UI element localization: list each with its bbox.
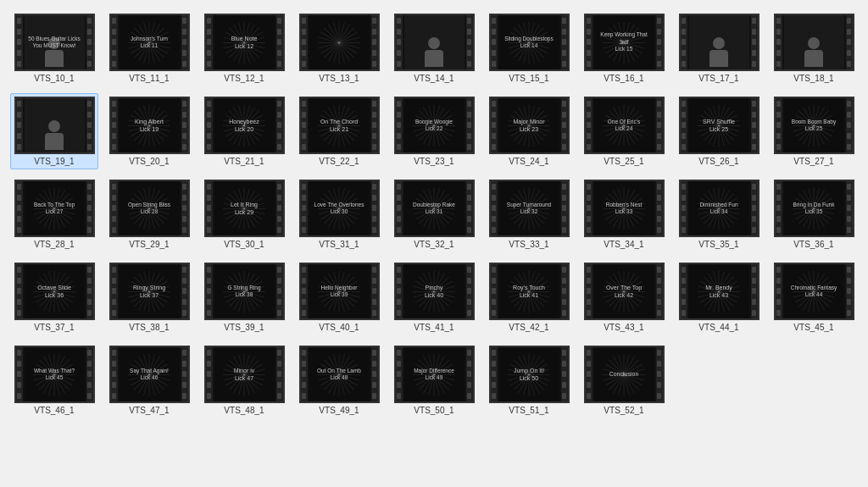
video-thumbnail: Out On The LambLick 48: [299, 346, 380, 403]
video-label: VTS_29_1: [129, 240, 169, 249]
video-thumbnail: Sliding DoublestopsLick 14: [489, 14, 570, 71]
video-item[interactable]: PinchyLick 40VTS_41_1: [390, 259, 478, 335]
video-item[interactable]: Let It RingLick 29VTS_30_1: [200, 176, 288, 252]
person-silhouette: [707, 37, 731, 66]
thumbnail-text: Roy's TouchLick 41: [511, 282, 547, 301]
video-label: VTS_44_1: [698, 323, 738, 332]
thumbnail-text: SRV ShuffleLick 25: [701, 116, 737, 135]
video-item[interactable]: VTS_18_1: [770, 10, 858, 86]
video-item[interactable]: Mr. BendyLick 43VTS_44_1: [675, 259, 763, 335]
video-thumbnail: Robben's NestLick 33: [584, 180, 665, 237]
video-thumbnail: Octave SlideLick 36: [14, 263, 95, 320]
video-item[interactable]: Bring In Da FunkLick 35VTS_36_1: [770, 176, 858, 252]
thumbnail-text: Open String BlissLick 28: [126, 200, 172, 218]
video-item[interactable]: Johnson's TurnLick 11VTS_11_1: [105, 10, 193, 86]
video-thumbnail: [299, 14, 380, 71]
video-label: VTS_32_1: [414, 240, 453, 249]
video-label: VTS_13_1: [319, 74, 359, 83]
thumbnail-text: 50 Blues Guitar Licks You MUST Know!: [25, 34, 85, 52]
thumbnail-text: Hello NeighborLick 39: [320, 283, 359, 301]
video-label: VTS_20_1: [129, 157, 169, 166]
video-thumbnail: Let It RingLick 29: [204, 180, 285, 237]
video-item[interactable]: Blue NoteLick 12VTS_12_1: [200, 10, 288, 86]
video-item[interactable]: Roy's TouchLick 41VTS_42_1: [485, 259, 573, 335]
video-item[interactable]: Boom Boom BabyLick 25VTS_27_1: [770, 93, 858, 169]
video-item[interactable]: On The ChordLick 21VTS_22_1: [295, 93, 383, 169]
video-thumbnail: Super TurnaroundLick 32: [489, 180, 570, 237]
video-item[interactable]: Hello NeighborLick 39VTS_40_1: [295, 259, 383, 335]
video-item[interactable]: VTS_17_1: [675, 10, 763, 86]
video-label: VTS_15_1: [509, 74, 548, 83]
video-thumbnail: Say That Again!Lick 46: [109, 346, 190, 403]
video-thumbnail: King AlbertLick 19: [109, 97, 190, 154]
video-thumbnail: Minor ivLick 47: [204, 346, 285, 403]
video-item[interactable]: Open String BlissLick 28VTS_29_1: [105, 176, 193, 252]
video-item[interactable]: Boogie WoogieLick 22VTS_23_1: [390, 93, 478, 169]
thumbnail-text: Ringy StringLick 37: [131, 282, 167, 301]
video-item[interactable]: 50 Blues Guitar Licks You MUST Know!VTS_…: [10, 10, 98, 86]
video-item[interactable]: Super TurnaroundLick 32VTS_33_1: [485, 176, 573, 252]
video-item[interactable]: VTS_14_1: [390, 10, 478, 86]
video-thumbnail: Conclusion: [584, 346, 665, 403]
thumbnail-text: Boom Boom BabyLick 25: [790, 117, 837, 135]
video-label: VTS_21_1: [224, 157, 264, 166]
video-item[interactable]: What Was That?Lick 45VTS_46_1: [10, 342, 98, 418]
video-label: VTS_47_1: [129, 406, 169, 415]
video-item[interactable]: Minor ivLick 47VTS_48_1: [200, 342, 288, 418]
video-label: VTS_17_1: [698, 74, 738, 83]
video-item[interactable]: One Of Eric'sLick 24VTS_25_1: [580, 93, 668, 169]
video-item[interactable]: Sliding DoublestopsLick 14VTS_15_1: [485, 10, 573, 86]
video-thumbnail: On The ChordLick 21: [299, 97, 380, 154]
video-item[interactable]: Diminished FunLick 34VTS_35_1: [675, 176, 763, 252]
video-item[interactable]: Out On The LambLick 48VTS_49_1: [295, 342, 383, 418]
thumbnail-text: Major DifferenceLick 49: [412, 366, 456, 384]
video-item[interactable]: Back To The TopLick 27VTS_28_1: [10, 176, 98, 252]
thumbnail-text: Over The TopLick 42: [604, 282, 643, 301]
thumbnail-text: Minor ivLick 47: [232, 365, 257, 384]
thumbnail-text: Say That Again!Lick 46: [128, 366, 170, 384]
video-item[interactable]: Say That Again!Lick 46VTS_47_1: [105, 342, 193, 418]
thumbnail-text: Chromatic FantasyLick 44: [789, 283, 839, 301]
video-item[interactable]: Love The OvertonesLick 30VTS_31_1: [295, 176, 383, 252]
video-thumbnail: Mr. BendyLick 43: [679, 263, 760, 320]
thumbnail-text: Mr. BendyLick 43: [704, 282, 734, 301]
video-item[interactable]: Keep Working That 3rdfLick 15VTS_16_1: [580, 10, 668, 86]
video-label: VTS_27_1: [793, 157, 833, 166]
video-label: VTS_30_1: [224, 240, 264, 249]
video-label: VTS_26_1: [698, 157, 738, 166]
video-item[interactable]: Major MinorLick 23VTS_24_1: [485, 93, 573, 169]
video-thumbnail: Ringy StringLick 37: [109, 263, 190, 320]
video-item[interactable]: SRV ShuffleLick 25VTS_26_1: [675, 93, 763, 169]
video-item[interactable]: HoneybeezLick 20VTS_21_1: [200, 93, 288, 169]
video-item[interactable]: Robben's NestLick 33VTS_34_1: [580, 176, 668, 252]
video-label: VTS_50_1: [414, 406, 453, 415]
video-item[interactable]: G String RingLick 38VTS_39_1: [200, 259, 288, 335]
video-thumbnail: What Was That?Lick 45: [14, 346, 95, 403]
video-thumbnail: [774, 14, 854, 71]
video-item[interactable]: King AlbertLick 19VTS_20_1: [105, 93, 193, 169]
video-label: VTS_16_1: [604, 74, 643, 83]
video-item[interactable]: VTS_19_1: [10, 93, 98, 169]
video-item[interactable]: Doublestop RakeLick 31VTS_32_1: [390, 176, 478, 252]
video-thumbnail: Hello NeighborLick 39: [299, 263, 380, 320]
video-item[interactable]: VTS_13_1: [295, 10, 383, 86]
video-item[interactable]: Over The TopLick 42VTS_43_1: [580, 259, 668, 335]
video-thumbnail: Over The TopLick 42: [584, 263, 665, 320]
video-thumbnail: Doublestop RakeLick 31: [394, 180, 475, 237]
video-item[interactable]: Ringy StringLick 37VTS_38_1: [105, 259, 193, 335]
person-silhouette: [802, 37, 826, 66]
video-item[interactable]: Jump On It!Lick 50VTS_51_1: [485, 342, 573, 418]
video-thumbnail: Keep Working That 3rdfLick 15: [584, 14, 665, 71]
video-item[interactable]: Octave SlideLick 36VTS_37_1: [10, 259, 98, 335]
video-thumbnail: PinchyLick 40: [394, 263, 475, 320]
thumbnail-text: On The ChordLick 21: [319, 116, 359, 135]
video-thumbnail: Roy's TouchLick 41: [489, 263, 570, 320]
thumbnail-text: Octave SlideLick 36: [36, 282, 73, 301]
video-item[interactable]: Chromatic FantasyLick 44VTS_45_1: [770, 259, 858, 335]
video-item[interactable]: ConclusionVTS_52_1: [580, 342, 668, 418]
thumbnail-text: G String RingLick 38: [225, 283, 262, 301]
video-label: VTS_28_1: [34, 240, 74, 249]
video-item[interactable]: Major DifferenceLick 49VTS_50_1: [390, 342, 478, 418]
thumbnail-text: HoneybeezLick 20: [227, 116, 260, 135]
thumbnail-text: Bring In Da FunkLick 35: [792, 200, 837, 218]
